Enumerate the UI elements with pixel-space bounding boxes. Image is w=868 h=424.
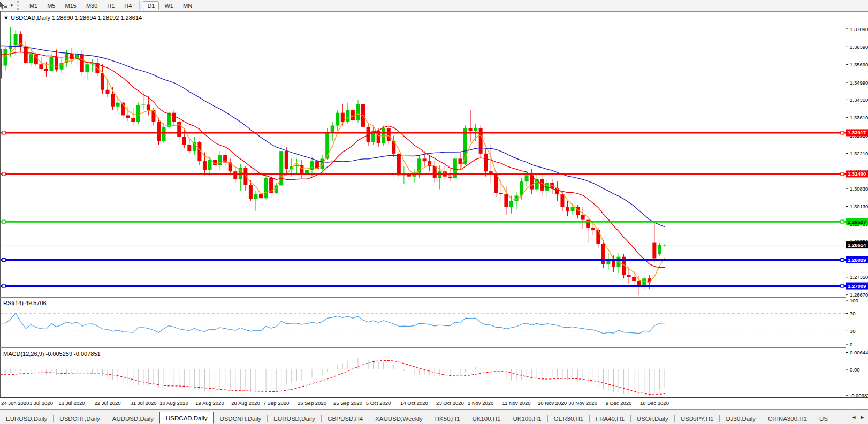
- chart-tab-USDJPY-H1[interactable]: USDJPY,H1: [675, 413, 720, 424]
- svg-text:0.00: 0.00: [850, 367, 860, 373]
- chart-tab-AUDUSD-Daily[interactable]: AUDUSD,Daily: [106, 413, 159, 424]
- date-label: 18 Dec 2020: [640, 400, 669, 406]
- chart-tab-DJ30-Daily[interactable]: DJ30,Daily: [720, 413, 762, 424]
- chart-tab-GER30-H1[interactable]: GER30,H1: [548, 413, 590, 424]
- date-label: 5 Oct 2020: [366, 400, 391, 406]
- svg-text:1.34990: 1.34990: [850, 80, 868, 86]
- bid-price-label: 1.28614: [846, 241, 868, 248]
- chart-tab-USDCAD-Daily[interactable]: USDCAD,Daily: [159, 412, 214, 424]
- date-label: 19 Aug 2020: [195, 400, 224, 406]
- date-label: 14 Oct 2020: [400, 400, 428, 406]
- chart-tab-XAUUSD-Weekly[interactable]: XAUUSD,Weekly: [369, 413, 429, 424]
- timeframe-button-D1[interactable]: D1: [143, 1, 159, 10]
- svg-text:100: 100: [850, 298, 858, 304]
- chart-tab-USOil-Daily[interactable]: USOil,Daily: [631, 413, 674, 424]
- hline-price-label: 1.31400: [846, 170, 868, 177]
- svg-text:30: 30: [850, 328, 856, 334]
- timeframe-button-H4[interactable]: H4: [120, 1, 136, 10]
- svg-text:70: 70: [850, 311, 856, 316]
- svg-text:1.26670: 1.26670: [850, 292, 868, 298]
- chart-tab-US[interactable]: US: [813, 413, 828, 424]
- chart-tab-FRA40-H1[interactable]: FRA40,H1: [590, 413, 630, 424]
- chart-tabs-bar: EURUSD,DailyUSDCHF,DailyAUDUSD,DailyUSDC…: [0, 409, 868, 424]
- macd-label: MACD(12,26,9) -0.005259 -0.007851: [3, 351, 101, 357]
- chart-title[interactable]: ▼ USDCAD,Daily 1.28690 1.28694 1.28192 1…: [3, 14, 142, 21]
- chart-canvas[interactable]: 1.370901.363901.356901.349901.343101.336…: [0, 11, 868, 398]
- cursor-tool-icon[interactable]: [0, 1, 10, 10]
- date-label: 24 Jun 2020: [1, 400, 29, 406]
- chart-tab-EURUSD-Daily[interactable]: EURUSD,Daily: [0, 413, 53, 424]
- timeframe-button-group: M1M5M15M30H1H4D1W1MN: [25, 1, 203, 10]
- svg-text:1.33017: 1.33017: [848, 130, 866, 135]
- chart-background: [0, 11, 868, 398]
- date-label: 11 Nov 2020: [502, 400, 530, 406]
- date-label: 16 Sep 2020: [298, 400, 326, 406]
- date-label: 25 Sep 2020: [333, 400, 362, 406]
- date-label: 3 Jul 2020: [29, 400, 53, 406]
- timeframe-button-M1[interactable]: M1: [25, 1, 42, 10]
- svg-text:1.37090: 1.37090: [850, 26, 868, 32]
- date-label: 2 Nov 2020: [468, 400, 494, 406]
- svg-text:1.27009: 1.27009: [848, 283, 866, 289]
- chart-tab-UK100-H1[interactable]: UK100,H1: [466, 413, 506, 424]
- date-label: 13 Jul 2020: [58, 400, 85, 406]
- svg-text:1.30130: 1.30130: [850, 203, 868, 209]
- svg-text:1.35690: 1.35690: [850, 62, 868, 67]
- date-label: 28 Aug 2020: [231, 400, 260, 406]
- timeframe-button-M5[interactable]: M5: [43, 1, 59, 10]
- date-label: 22 Jul 2020: [94, 400, 120, 406]
- svg-text:1.34310: 1.34310: [850, 97, 868, 103]
- rsi-label: RSI(14) 49.5706: [3, 300, 47, 306]
- date-label: 10 Aug 2020: [159, 400, 188, 406]
- toolbar-gripper[interactable]: [17, 1, 21, 10]
- svg-text:1.30830: 1.30830: [850, 186, 868, 192]
- date-label: 23 Oct 2020: [436, 400, 464, 406]
- tab-scroll-right-icon[interactable]: ►: [860, 414, 865, 420]
- svg-text:0.006444: 0.006444: [850, 350, 868, 355]
- timeframe-button-M30[interactable]: M30: [82, 1, 102, 10]
- svg-text:1.33610: 1.33610: [850, 115, 868, 120]
- cursor-tool-caret-icon[interactable]: ▼: [10, 3, 14, 8]
- date-label: 7 Sep 2020: [263, 400, 290, 406]
- svg-text:1.28029: 1.28029: [848, 257, 866, 263]
- mt4-terminal-window: ▼ M1M5M15M30H1H4D1W1MN 1.370901.363901.3…: [0, 0, 868, 424]
- timeframe-button-W1[interactable]: W1: [160, 1, 178, 10]
- chart-tab-USDCHF-Daily[interactable]: USDCHF,Daily: [54, 413, 105, 424]
- date-label: 30 Nov 2020: [568, 400, 597, 406]
- date-label: 9 Dec 2020: [606, 400, 632, 406]
- svg-text:1.27350: 1.27350: [850, 274, 868, 280]
- chart-tab-GBPUSD-H4[interactable]: GBPUSD,H4: [322, 413, 369, 424]
- chart-tab-UK100-H1[interactable]: UK100,H1: [507, 413, 547, 424]
- hline-price-label: 1.27009: [846, 283, 868, 290]
- toolbar: ▼ M1M5M15M30H1H4D1W1MN: [0, 0, 868, 11]
- timeframe-button-M15[interactable]: M15: [60, 1, 80, 10]
- chart-tab-CHINA300-H1[interactable]: CHINA300,H1: [762, 413, 813, 424]
- chart-tab-HK50-H1[interactable]: HK50,H1: [429, 413, 466, 424]
- chart-tab-EURUSD-Daily[interactable]: EURUSD,Daily: [268, 413, 321, 424]
- svg-text:0: 0: [850, 342, 852, 347]
- date-label: 20 Nov 2020: [538, 400, 567, 406]
- hline-price-label: 1.29527: [846, 218, 868, 225]
- svg-text:1.36390: 1.36390: [850, 44, 868, 50]
- chart-tab-USDCNH-Daily[interactable]: USDCNH,Daily: [214, 413, 267, 424]
- toolbar-separator: [200, 1, 200, 10]
- toolbar-separator: [139, 1, 140, 10]
- svg-text:1.28614: 1.28614: [848, 242, 866, 248]
- timeframe-button-MN[interactable]: MN: [179, 1, 196, 10]
- date-label: 31 Jul 2020: [130, 400, 156, 406]
- hline-price-label: 1.28029: [846, 256, 868, 263]
- svg-text:-0.009871: -0.009871: [850, 392, 868, 398]
- tab-scroll-left-icon[interactable]: ◄: [851, 414, 856, 420]
- svg-text:1.29527: 1.29527: [848, 219, 866, 225]
- svg-text:1.32210: 1.32210: [850, 150, 868, 156]
- timeframe-button-H1[interactable]: H1: [103, 1, 119, 10]
- date-axis[interactable]: 24 Jun 20203 Jul 202013 Jul 202022 Jul 2…: [0, 398, 868, 409]
- hline-price-label: 1.33017: [846, 129, 868, 136]
- svg-text:1.31400: 1.31400: [848, 171, 866, 177]
- tab-scroll-buttons: ◄►: [848, 410, 868, 424]
